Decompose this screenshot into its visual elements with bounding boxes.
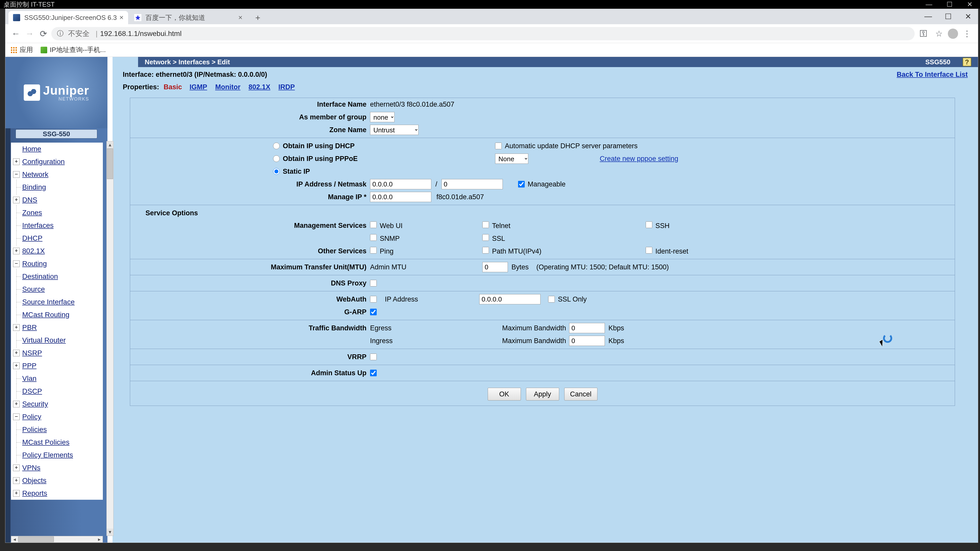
collapse-icon[interactable]: − [13,260,20,267]
expand-icon[interactable]: + [13,159,20,165]
apps-button[interactable]: 应用 [11,45,33,54]
scroll-left-icon[interactable]: ◂ [11,536,18,542]
nav-zones[interactable]: Zones [22,209,42,217]
ip-dhcp-radio[interactable] [273,143,280,149]
adminup-checkbox[interactable] [370,370,377,376]
back-to-list-link[interactable]: Back To Interface List [897,71,968,79]
nav-routing[interactable]: Routing [22,260,47,268]
site-info-icon[interactable]: ⓘ [57,29,64,38]
snmp-checkbox[interactable] [370,234,377,241]
nav-mcast-policies[interactable]: MCast Policies [22,438,69,446]
expand-icon[interactable]: + [13,197,20,203]
manage-ip-input[interactable] [370,192,431,202]
dnsproxy-checkbox[interactable] [370,280,377,286]
vrrp-checkbox[interactable] [370,354,377,360]
ip-static-radio[interactable] [273,168,280,175]
tab-igmp[interactable]: IGMP [189,83,207,91]
nav-policies[interactable]: Policies [22,426,47,433]
nav-8021x[interactable]: 802.1X [22,247,45,255]
expand-icon[interactable]: + [13,477,20,484]
nav-destination[interactable]: Destination [22,272,58,281]
expand-icon[interactable]: + [13,324,20,331]
mtu-input[interactable] [482,262,508,272]
zone-select[interactable]: Untrust [370,125,418,135]
browser-tab-active[interactable]: SSG550:Juniper-ScreenOS 6.3 × [8,11,128,24]
omnibox[interactable]: ⓘ 不安全 | 192.168.1.1/nswebui.html [51,27,915,40]
nav-pbr[interactable]: PBR [22,324,37,332]
netmask-input[interactable] [442,179,503,189]
nav-vpns[interactable]: VPNs [22,464,41,472]
nav-mcast-routing[interactable]: MCast Routing [22,311,69,319]
sidebar-scrollbar-horizontal[interactable]: ◂ ▸ [11,536,103,543]
collapse-icon[interactable]: − [13,413,20,420]
menu-dots-icon[interactable]: ⋮ [961,27,974,40]
nav-ppp[interactable]: PPP [22,362,37,370]
new-tab-button[interactable]: + [252,12,263,23]
bookmark-star-icon[interactable]: ☆ [932,27,945,40]
webauth-checkbox[interactable] [370,296,377,303]
telnet-checkbox[interactable] [482,221,489,228]
expand-icon[interactable]: + [13,465,20,471]
nav-virtual-router[interactable]: Virtual Router [22,336,66,345]
bookmark-item[interactable]: IP地址查询--手机... [41,45,106,54]
sslonly-checkbox[interactable] [548,296,555,303]
window-minimize-icon[interactable]: — [918,9,938,24]
nav-objects[interactable]: Objects [22,476,46,485]
profile-avatar-icon[interactable] [948,29,958,39]
nav-nsrp[interactable]: NSRP [22,349,42,357]
manageable-checkbox[interactable] [518,181,525,187]
window-maximize-icon[interactable]: ☐ [938,9,958,24]
os-minimize-icon[interactable]: — [919,0,939,9]
tab-irdp[interactable]: IRDP [278,83,295,91]
expand-icon[interactable]: + [13,490,20,497]
browser-tab[interactable]: 百度一下，你就知道 × [130,11,247,24]
nav-dhcp[interactable]: DHCP [22,234,42,242]
apply-button[interactable]: Apply [526,388,559,400]
ip-address-input[interactable] [370,179,431,189]
tab-close-icon[interactable]: × [119,14,124,22]
ingress-bw-input[interactable] [569,336,605,346]
ok-button[interactable]: OK [488,388,521,400]
nav-source-interface[interactable]: Source Interface [22,298,75,306]
nav-home[interactable]: Home [22,145,41,153]
nav-dscp[interactable]: DSCP [22,387,42,395]
sidebar-scrollbar-vertical[interactable]: ▴ ▾ [107,141,114,536]
webui-checkbox[interactable] [370,221,377,228]
egress-bw-input[interactable] [569,323,605,333]
ssh-checkbox[interactable] [646,221,652,228]
help-icon[interactable]: ? [963,58,971,66]
nav-interfaces[interactable]: Interfaces [22,221,54,230]
scroll-thumb[interactable] [18,537,54,542]
scroll-up-icon[interactable]: ▴ [107,141,113,148]
ip-pppoe-radio[interactable] [273,156,280,162]
nav-vlan[interactable]: Vlan [22,375,37,383]
tab-close-icon[interactable]: × [239,14,242,22]
expand-icon[interactable]: + [13,401,20,407]
window-close-icon[interactable]: ✕ [958,9,978,24]
nav-network[interactable]: Network [22,170,48,179]
reload-icon[interactable]: ⟳ [38,28,49,40]
expand-icon[interactable]: + [13,362,20,369]
nav-policy-elements[interactable]: Policy Elements [22,451,73,459]
nav-policy[interactable]: Policy [22,413,41,421]
group-select[interactable]: none [370,112,395,122]
password-key-icon[interactable]: ⚿ [917,27,930,40]
identreset-checkbox[interactable] [646,247,652,254]
tab-monitor[interactable]: Monitor [215,83,240,91]
tab-8021x[interactable]: 802.1X [248,83,270,91]
expand-icon[interactable]: + [13,350,20,356]
nav-binding[interactable]: Binding [22,183,46,191]
scroll-thumb[interactable] [107,148,113,179]
pppoe-select[interactable]: None [495,154,528,164]
auto-dhcp-checkbox[interactable] [495,143,502,149]
os-close-icon[interactable]: ✕ [959,0,980,9]
os-maximize-icon[interactable]: ☐ [939,0,959,9]
webauth-ip-input[interactable] [479,294,541,304]
expand-icon[interactable]: + [13,248,20,254]
nav-reports[interactable]: Reports [22,489,47,497]
pathmtu-checkbox[interactable] [482,247,489,254]
nav-dns[interactable]: DNS [22,196,37,204]
scroll-right-icon[interactable]: ▸ [96,536,103,542]
nav-configuration[interactable]: Configuration [22,158,65,166]
tab-basic[interactable]: Basic [164,83,182,91]
